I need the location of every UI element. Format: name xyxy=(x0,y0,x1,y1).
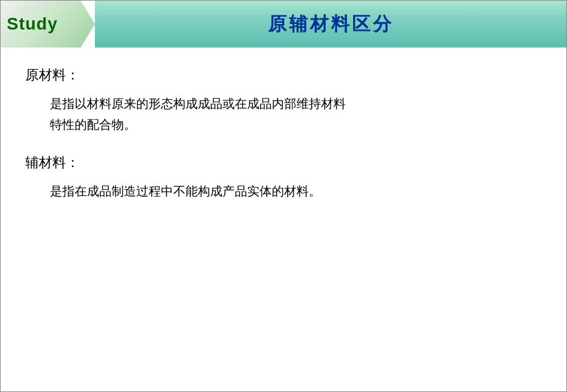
aux-material-body: 是指在成品制造过程中不能构成产品实体的材料。 xyxy=(50,181,542,202)
study-banner: Study xyxy=(1,1,95,47)
aux-material-title: 辅材料： xyxy=(25,153,542,172)
header: Study 原辅材料区分 xyxy=(1,1,566,47)
raw-material-body: 是指以材料原来的形态构成成品或在成品内部维持材料 特性的配合物。 xyxy=(50,93,542,135)
page-title: 原辅材料区分 xyxy=(268,12,394,37)
header-title-area: 原辅材料区分 xyxy=(95,1,566,47)
page-container: Study 原辅材料区分 原材料： 是指以材料原来的形态构成成品或在成品内部维持… xyxy=(0,0,567,392)
study-label: Study xyxy=(7,14,58,34)
main-content: 原材料： 是指以材料原来的形态构成成品或在成品内部维持材料 特性的配合物。 辅材… xyxy=(1,47,566,391)
raw-material-title: 原材料： xyxy=(25,66,542,84)
section-raw-material: 原材料： 是指以材料原来的形态构成成品或在成品内部维持材料 特性的配合物。 xyxy=(25,66,542,135)
section-aux-material: 辅材料： 是指在成品制造过程中不能构成产品实体的材料。 xyxy=(25,153,542,202)
